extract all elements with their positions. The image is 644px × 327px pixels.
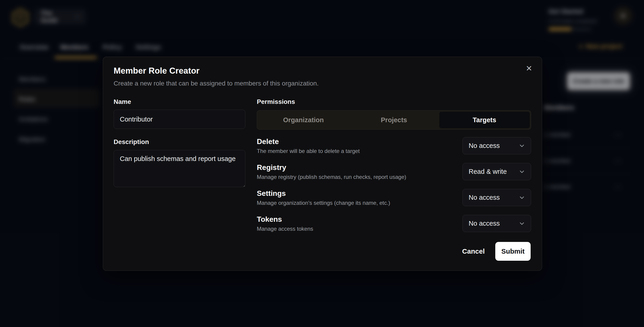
permission-title: Tokens [257, 215, 313, 224]
dialog-title: Member Role Creator [114, 66, 200, 76]
permission-row-registry: Registry Manage registry (publish schema… [257, 163, 531, 180]
delete-access-select[interactable]: No access [462, 137, 531, 154]
permission-title: Settings [257, 189, 390, 198]
permissions-tablist: Organization Projects Targets [257, 110, 531, 130]
close-icon[interactable]: ✕ [524, 63, 534, 74]
select-value: No access [469, 142, 500, 150]
permissions-tab-organization[interactable]: Organization [258, 112, 348, 128]
chevron-down-icon [518, 142, 525, 149]
permissions-tab-projects[interactable]: Projects [348, 112, 439, 128]
permission-text: Registry Manage registry (publish schema… [257, 163, 406, 180]
name-label: Name [114, 98, 131, 105]
settings-access-select[interactable]: No access [462, 189, 531, 206]
chevron-down-icon [518, 194, 525, 201]
permission-title: Registry [257, 163, 406, 172]
description-label: Description [114, 138, 149, 146]
permission-description: Manage registry (publish schemas, run ch… [257, 174, 406, 180]
permission-row-delete: Delete The member will be able to delete… [257, 137, 531, 155]
submit-button[interactable]: Submit [495, 242, 530, 261]
select-value: Read & write [469, 168, 507, 175]
permission-description: The member will be able to delete a targ… [257, 148, 360, 155]
permission-text: Delete The member will be able to delete… [257, 137, 360, 155]
tokens-access-select[interactable]: No access [462, 215, 531, 232]
role-description-textarea[interactable]: Can publish schemas and report usage [114, 150, 245, 187]
dialog-subtitle: Create a new role that can be assigned t… [114, 80, 318, 87]
permission-text: Settings Manage organization's settings … [257, 189, 390, 206]
permissions-list: Delete The member will be able to delete… [257, 137, 531, 241]
cancel-button[interactable]: Cancel [462, 247, 485, 255]
permission-description: Manage organization's settings (change i… [257, 200, 390, 206]
permissions-label: Permissions [257, 98, 295, 105]
dialog-footer: Cancel Submit [462, 242, 530, 261]
chevron-down-icon [518, 168, 525, 175]
permission-row-tokens: Tokens Manage access tokens No access [257, 215, 531, 232]
permission-text: Tokens Manage access tokens [257, 215, 313, 232]
permission-row-settings: Settings Manage organization's settings … [257, 189, 531, 206]
member-role-creator-dialog: ✕ Member Role Creator Create a new role … [103, 57, 542, 271]
permission-title: Delete [257, 137, 360, 146]
chevron-down-icon [518, 220, 525, 227]
permissions-tab-targets[interactable]: Targets [439, 112, 530, 128]
select-value: No access [469, 194, 500, 201]
registry-access-select[interactable]: Read & write [462, 163, 531, 180]
app-root: The Guild Get Started 4 of 8 tasks compl… [0, 0, 644, 327]
select-value: No access [469, 220, 500, 227]
role-name-input[interactable] [114, 110, 245, 129]
permission-description: Manage access tokens [257, 225, 313, 232]
